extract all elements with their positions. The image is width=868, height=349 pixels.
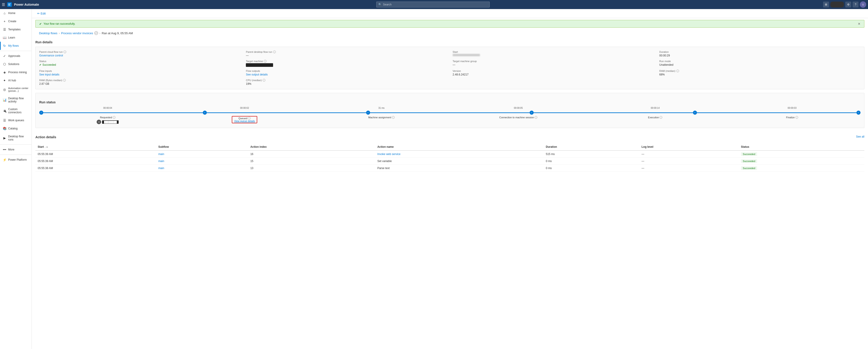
close-banner-button[interactable]: ✕	[858, 22, 861, 26]
ram-bytes-value: 2.87 GB	[39, 82, 240, 85]
cell-status-1: Succeeded	[739, 158, 864, 165]
sidebar-item-create[interactable]: + Create	[0, 17, 32, 25]
ram-median-detail: RAM (median) i 68%	[659, 70, 861, 76]
parent-desktop-info-icon[interactable]: i	[273, 50, 276, 53]
search-box[interactable]: 🔍	[376, 2, 490, 7]
menu-icon[interactable]: ☰	[2, 2, 5, 7]
ram-bytes-detail: RAM (Bytes median) i 2.87 GB	[39, 79, 240, 85]
governance-control-link[interactable]: Governance control	[39, 54, 240, 57]
connection-info-icon[interactable]: i	[535, 116, 537, 119]
table-row: 05:55:38 AM main 13 Parse text 0 ms — Su…	[35, 165, 864, 172]
breadcrumb-separator-1: ›	[59, 32, 60, 35]
col-duration: Duration	[544, 143, 639, 150]
edit-pencil-icon: ✏	[37, 12, 40, 15]
start-detail: Start	[453, 50, 654, 57]
sidebar-item-desktop-flow-activity[interactable]: 📊 Desktop flow activity	[0, 95, 32, 105]
timeline-node-2: ✓	[366, 111, 370, 115]
parent-cloud-info-icon[interactable]: i	[63, 50, 66, 53]
sidebar-item-home[interactable]: ⌂ Home	[0, 9, 32, 17]
sidebar-divider-3	[0, 154, 32, 155]
finalize-info-icon[interactable]: i	[796, 116, 798, 119]
ram-median-info-icon[interactable]: i	[676, 70, 679, 72]
sidebar-item-solutions[interactable]: ⬡ Solutions	[0, 60, 32, 68]
sidebar-item-process-mining[interactable]: ◈ Process mining	[0, 68, 32, 76]
power-platform-icon: ⚡	[3, 158, 6, 162]
sidebar-item-custom-connectors[interactable]: 🔌 Custom connectors	[0, 105, 32, 116]
queued-label: Queued	[238, 117, 247, 120]
ram-median-label: RAM (median)	[659, 70, 676, 72]
sidebar-item-catalog[interactable]: 📚 Catalog	[0, 125, 32, 133]
cell-action-name-1: Set variable	[375, 158, 544, 165]
search-input[interactable]	[383, 3, 488, 6]
app-logo-icon	[7, 2, 12, 7]
see-all-link[interactable]: See all	[856, 135, 864, 138]
search-icon: 🔍	[378, 3, 382, 6]
timeline-line-1	[207, 112, 366, 113]
target-machine-info-icon[interactable]: i	[264, 60, 267, 63]
sidebar-item-more[interactable]: ••• More	[0, 145, 32, 154]
table-row: 05:55:39 AM main 15 Set variable 0 ms — …	[35, 158, 864, 165]
cell-start-0: 05:55:39 AM	[35, 150, 156, 158]
home-icon: ⌂	[3, 11, 6, 15]
requested-info-icon[interactable]: i	[113, 116, 116, 119]
status-label: Status	[39, 60, 46, 63]
sidebar-item-my-flows[interactable]: ↻ My flows	[0, 42, 32, 50]
user-avatar[interactable]: U	[860, 1, 866, 8]
top-navigation: ☰ Power Automate 🔍 ⊞ ⚙ ? U	[0, 0, 868, 9]
sidebar-item-desktop-flow-runs[interactable]: ▶ Desktop flow runs	[0, 133, 32, 143]
edit-button[interactable]: ✏ Edit	[35, 11, 48, 16]
help-icon[interactable]: ?	[852, 2, 859, 7]
timeline-node-4: ✓	[693, 111, 697, 115]
cell-start-1: 05:55:39 AM	[35, 158, 156, 165]
solutions-icon: ⬡	[3, 62, 6, 66]
process-mining-icon: ◈	[3, 70, 6, 74]
flow-outputs-label: Flow outputs	[246, 70, 260, 72]
sidebar-item-ai-hub[interactable]: ✦ AI hub	[0, 76, 32, 84]
see-output-details-link[interactable]: See output details	[246, 73, 447, 76]
parent-desktop-flow-run: Parent desktop flow run i —	[246, 50, 447, 57]
cell-action-index-1: 15	[248, 158, 375, 165]
stage-duration-1: 00:00:02	[176, 107, 313, 109]
target-machine-group-detail: Target machine group —	[453, 60, 654, 67]
status-value: ✔ Succeeded	[39, 63, 240, 66]
sidebar-item-approvals[interactable]: ✓ Approvals	[0, 52, 32, 60]
create-icon: +	[3, 20, 6, 23]
sort-icon[interactable]: ↓ ∨	[45, 146, 48, 148]
duration-value: 00:00:29	[659, 54, 861, 57]
ram-bytes-info-icon[interactable]: i	[63, 79, 66, 81]
sidebar-item-learn[interactable]: 📖 Learn	[0, 34, 32, 42]
col-action-name: Action name	[375, 143, 544, 150]
start-value-blurred	[453, 54, 480, 56]
sidebar-item-work-queues[interactable]: ☰ Work queues	[0, 116, 32, 125]
cell-action-name-0: Invoke web service	[375, 150, 544, 158]
sidebar-item-power-platform[interactable]: ⚡ Power Platform	[0, 156, 32, 164]
stage-duration-2: 31 ms	[313, 107, 450, 109]
execution-info-icon[interactable]: i	[659, 116, 662, 119]
machine-assignment-info-icon[interactable]: i	[392, 116, 395, 119]
dark-mode-toggle[interactable]	[830, 2, 844, 7]
queued-info-icon[interactable]: i	[248, 117, 251, 120]
version-value: 2.48.6.24217	[453, 73, 654, 76]
timeline-node-3: ✓	[530, 111, 534, 115]
cell-action-name-2: Parse text	[375, 165, 544, 172]
catalog-icon: 📚	[3, 127, 6, 130]
my-flows-icon: ↻	[3, 44, 6, 47]
view-queue-details-link[interactable]: View queue details	[234, 120, 255, 123]
see-input-details-link[interactable]: See input details	[39, 73, 240, 76]
success-banner: ✔ Your flow ran successfully. ✕	[35, 20, 864, 28]
duration-detail: Duration 00:00:29	[659, 50, 861, 57]
cpu-median-info-icon[interactable]: i	[262, 79, 266, 81]
action-table-body: 05:55:39 AM main 16 Invoke web service 5…	[35, 150, 864, 172]
sidebar-item-templates[interactable]: ☰ Templates	[0, 25, 32, 34]
breadcrumb-flow-name[interactable]: Process vendor invoices	[61, 32, 93, 35]
grid-view-icon[interactable]: ⊞	[823, 2, 829, 7]
target-machine-detail: Target machine i	[246, 60, 447, 67]
breadcrumb-separator-2: ›	[99, 32, 100, 35]
settings-icon[interactable]: ⚙	[845, 2, 851, 7]
sidebar-item-automation-center[interactable]: ◎ Automation center (previe...)	[0, 84, 32, 95]
cell-duration-1: 0 ms	[544, 158, 639, 165]
parent-desktop-flow-run-value: —	[246, 54, 447, 57]
cell-log-level-2: —	[640, 165, 739, 172]
breadcrumb-desktop-flows[interactable]: Desktop flows	[39, 32, 57, 35]
ram-bytes-label: RAM (Bytes median)	[39, 79, 62, 81]
